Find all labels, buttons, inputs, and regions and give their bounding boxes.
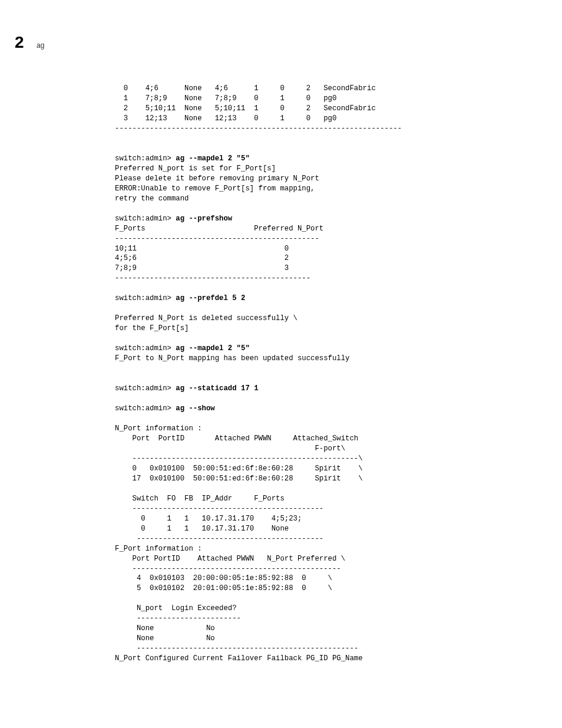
output-line: None No	[115, 624, 215, 633]
output-line: F_Port information :	[115, 545, 202, 553]
output-line: F-port\	[115, 444, 345, 453]
output-line: Preferred N_Port is deleted successfully…	[115, 314, 297, 322]
separator: ----------------------------------------…	[115, 505, 323, 513]
output-line: for the F_Port[s]	[115, 324, 189, 332]
output-line: None No	[115, 634, 215, 643]
page-number: 2	[15, 33, 24, 52]
output-line: Port PortID Attached PWWN Attached_Switc…	[115, 434, 358, 443]
output-line: Preferred N_port is set for F_Port[s]	[115, 164, 276, 173]
output-line: N_Port Configured Current Failover Failb…	[115, 654, 363, 663]
separator: ----------------------------------------…	[115, 235, 319, 243]
output-line: 4 0x010103 20:00:00:05:1e:85:92:88 0 \	[115, 574, 332, 582]
output-line: 10;11 0	[115, 245, 289, 253]
table-row: 3 12;13 None 12;13 0 1 0 pg0	[115, 114, 336, 123]
table-row: 2 5;10;11 None 5;10;11 1 0 2 SecondFabri…	[115, 104, 376, 113]
output-line: ERROR:Unable to remove F_Port[s] from ma…	[115, 185, 315, 193]
section-tag: ag	[37, 41, 44, 50]
separator: ----------------------------------------…	[115, 535, 323, 543]
separator: ----------------------------------------…	[115, 565, 341, 573]
output-line: 17 0x010100 50:00:51:ed:6f:8e:60:28 Spir…	[115, 475, 363, 483]
prompt: switch:admin>	[115, 404, 176, 413]
table-row: 1 7;8;9 None 7;8;9 0 1 0 pg0	[115, 94, 336, 103]
output-line: retry the command	[115, 195, 189, 203]
output-line: 0 1 1 10.17.31.170 None	[115, 525, 289, 533]
table-row: 0 4;6 None 4;6 1 0 2 SecondFabric	[115, 84, 376, 93]
command: ag --mapdel 2 "5"	[176, 154, 249, 163]
output-line: F_Port to N_Port mapping has been update…	[115, 354, 349, 363]
separator: ------------------------	[115, 614, 241, 622]
output-line: 7;8;9 3	[115, 264, 289, 272]
command: ag --staticadd 17 1	[176, 384, 258, 393]
output-line: Switch FO FB IP_Addr F_Ports	[115, 495, 285, 503]
prompt: switch:admin>	[115, 344, 176, 353]
prompt: switch:admin>	[115, 294, 176, 302]
output-line: Please delete it before removing primary…	[115, 174, 319, 183]
command: ag --show	[176, 404, 214, 413]
output-line: 5 0x010102 20:01:00:05:1e:85:92:88 0 \	[115, 584, 332, 592]
output-line: N_Port information :	[115, 424, 202, 433]
output-line: 0 1 1 10.17.31.170 4;5;23;	[115, 515, 302, 523]
output-line: 0 0x010100 50:00:51:ed:6f:8e:60:28 Spiri…	[115, 465, 363, 473]
command: ag --prefshow	[176, 215, 232, 223]
prompt: switch:admin>	[115, 154, 176, 163]
separator: ----------------------------------------…	[115, 274, 310, 282]
output-line: N_port Login Exceeded?	[115, 604, 237, 612]
separator: ----------------------------------------…	[115, 454, 363, 463]
command: ag --prefdel 5 2	[176, 294, 245, 302]
separator: ----------------------------------------…	[115, 124, 402, 133]
content-area: 0 4;6 None 4;6 1 0 2 SecondFabric 1 7;8;…	[115, 84, 527, 664]
prompt: switch:admin>	[115, 384, 176, 393]
command: ag --mapdel 2 "5"	[176, 344, 249, 353]
output-line: F_Ports Preferred N_Port	[115, 225, 323, 233]
prompt: switch:admin>	[115, 215, 176, 223]
output-line: Port PortID Attached PWWN N_Port Preferr…	[115, 555, 345, 563]
output-line: 4;5;6 2	[115, 254, 289, 262]
separator: ----------------------------------------…	[115, 644, 358, 653]
